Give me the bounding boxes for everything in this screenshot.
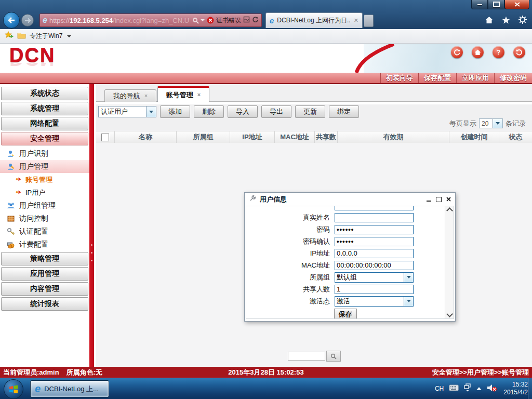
- column-mac[interactable]: MAC地址: [275, 131, 315, 143]
- column-group[interactable]: 所属组: [177, 131, 230, 143]
- home-round-button[interactable]: [472, 46, 484, 58]
- save-button[interactable]: 保存: [334, 309, 357, 320]
- group-select[interactable]: 默认组: [335, 272, 414, 283]
- tab-my-navigation[interactable]: 我的导航 ×: [104, 89, 156, 102]
- search-button[interactable]: [326, 351, 341, 362]
- mac-address-field[interactable]: [335, 261, 414, 270]
- sidebar-item-policy-management[interactable]: 策略管理: [1, 252, 88, 265]
- browser-tab[interactable]: e DCBI-NetLog 上网行为日... ✕: [265, 12, 363, 28]
- update-button[interactable]: 更新: [295, 105, 325, 118]
- sidebar-item-system-status[interactable]: 系统状态: [1, 87, 88, 100]
- add-button[interactable]: 添加: [160, 105, 190, 118]
- delete-button[interactable]: 删除: [194, 105, 224, 118]
- page-size-select[interactable]: 20: [479, 118, 503, 128]
- sidebar-splitter[interactable]: [89, 84, 94, 367]
- column-share-count[interactable]: 共享数: [315, 131, 338, 143]
- dialog-maximize-icon[interactable]: [436, 197, 442, 202]
- active-state-select[interactable]: 激活: [335, 296, 414, 307]
- clipped-field[interactable]: [335, 206, 414, 210]
- column-ip[interactable]: IP地址: [230, 131, 275, 143]
- address-bar[interactable]: e https://192.168.5.254/index.cgi?lang=z…: [39, 14, 262, 27]
- dialog-titlebar[interactable]: 用户信息: [245, 193, 455, 206]
- tab-close-icon[interactable]: ✕: [354, 18, 358, 23]
- sidebar-item-billing-config[interactable]: 计费配置: [0, 238, 89, 251]
- window-switch-icon[interactable]: [464, 383, 471, 394]
- refresh-page-icon[interactable]: [252, 16, 259, 25]
- sidebar-item-access-control[interactable]: 访问控制: [0, 212, 89, 225]
- chevron-down-icon[interactable]: [404, 297, 413, 306]
- sidebar-item-report-statistics[interactable]: 统计报表: [1, 297, 88, 311]
- sidebar-item-account-management[interactable]: 账号管理: [0, 173, 89, 186]
- column-validity[interactable]: 有效期: [338, 131, 449, 143]
- new-tab-button[interactable]: [364, 15, 374, 27]
- start-button[interactable]: [4, 379, 23, 399]
- tab-close-icon[interactable]: ×: [144, 93, 148, 99]
- url-text[interactable]: https://192.168.5.254/index.cgi?lang=zh_…: [49, 17, 190, 24]
- chevron-down-icon[interactable]: [404, 273, 413, 282]
- sidebar-item-app-management[interactable]: 应用管理: [1, 267, 88, 281]
- volume-muted-icon[interactable]: [487, 383, 497, 394]
- show-hidden-icons-button[interactable]: [476, 387, 482, 390]
- change-password-button[interactable]: 修改密码: [494, 73, 532, 83]
- sidebar-item-system-management[interactable]: 系统管理: [1, 102, 88, 115]
- chevron-down-icon[interactable]: [493, 119, 502, 128]
- certificate-error-badge[interactable]: 证书错误: [207, 16, 241, 25]
- column-status[interactable]: 状态: [499, 131, 532, 143]
- sidebar-item-network-config[interactable]: 网络配置: [1, 117, 88, 130]
- export-button[interactable]: 导出: [261, 105, 291, 118]
- sidebar-item-auth-config[interactable]: 认证配置: [0, 225, 89, 238]
- taskbar-ie-button[interactable]: e DCBI-NetLog 上...: [30, 380, 109, 397]
- bind-button[interactable]: 绑定: [329, 105, 359, 118]
- search-dropdown-icon[interactable]: [201, 19, 205, 21]
- share-count-field[interactable]: [335, 285, 414, 294]
- sidebar-item-user-group-management[interactable]: 用户组管理: [0, 199, 89, 212]
- taskbar-clock[interactable]: 15:32 2015/4/2: [503, 381, 528, 396]
- folder-icon[interactable]: [17, 32, 26, 41]
- sidebar-item-security-management[interactable]: 安全管理: [1, 132, 88, 145]
- compatibility-view-icon[interactable]: [243, 16, 250, 25]
- logout-round-button[interactable]: [513, 46, 525, 58]
- search-button[interactable]: [192, 17, 205, 24]
- browser-back-button[interactable]: [3, 12, 20, 29]
- user-type-select[interactable]: 认证用户: [98, 106, 156, 117]
- sidebar-item-user-management[interactable]: 用户管理: [0, 160, 89, 173]
- dialog-minimize-icon[interactable]: [427, 201, 431, 202]
- sidebar-item-content-management[interactable]: 内容管理: [1, 282, 88, 296]
- splitter-handle[interactable]: [91, 244, 92, 261]
- window-close-button[interactable]: [504, 0, 529, 9]
- search-input[interactable]: [288, 352, 325, 361]
- apply-now-button[interactable]: 立即应用: [456, 73, 494, 83]
- language-indicator[interactable]: CH: [435, 385, 444, 392]
- home-icon[interactable]: [485, 16, 494, 26]
- scroll-up-icon[interactable]: [446, 207, 453, 214]
- chevron-down-icon[interactable]: [146, 107, 156, 117]
- view-favorites-icon[interactable]: [5, 31, 14, 41]
- select-all-checkbox[interactable]: [101, 134, 109, 141]
- scroll-down-icon[interactable]: [446, 311, 453, 317]
- dialog-close-icon[interactable]: [446, 195, 451, 203]
- ip-address-field[interactable]: [335, 249, 414, 258]
- save-config-button[interactable]: 保存配置: [418, 73, 456, 83]
- chevron-down-icon[interactable]: [67, 35, 71, 37]
- refresh-round-button[interactable]: [451, 46, 463, 58]
- column-name[interactable]: 名称: [115, 131, 177, 143]
- realname-field[interactable]: [335, 213, 414, 222]
- show-desktop-button[interactable]: [528, 378, 532, 399]
- dialog-scrollbar[interactable]: [445, 206, 454, 318]
- column-created[interactable]: 创建时间: [449, 131, 499, 143]
- tab-account-management[interactable]: 账号管理 ×: [157, 86, 209, 102]
- help-round-button[interactable]: ?: [493, 46, 504, 58]
- window-minimize-button[interactable]: [471, 0, 488, 9]
- settings-gear-icon[interactable]: [518, 16, 527, 26]
- keyboard-icon[interactable]: [449, 384, 459, 393]
- favorites-bar-item[interactable]: 专注于Win7: [30, 32, 62, 41]
- password-confirm-field[interactable]: [335, 237, 414, 246]
- sidebar-item-ip-users[interactable]: IP用户: [0, 186, 89, 199]
- tab-close-icon[interactable]: ×: [197, 92, 201, 98]
- window-maximize-button[interactable]: [488, 0, 504, 9]
- import-button[interactable]: 导入: [228, 105, 258, 118]
- setup-wizard-button[interactable]: 初装向导: [380, 73, 418, 83]
- sidebar-item-user-identify[interactable]: 用户识别: [0, 147, 89, 160]
- favorites-star-icon[interactable]: [502, 16, 510, 26]
- browser-forward-button[interactable]: [21, 14, 34, 26]
